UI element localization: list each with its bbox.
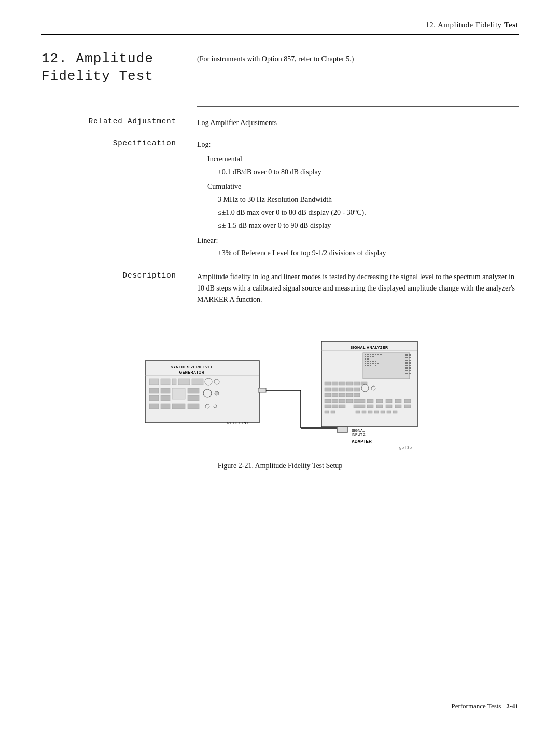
svg-rect-70 <box>405 367 408 369</box>
svg-rect-15 <box>188 395 199 401</box>
svg-rect-47 <box>370 361 371 362</box>
svg-rect-41 <box>370 356 371 357</box>
svg-rect-96 <box>339 399 345 403</box>
svg-point-92 <box>361 384 369 392</box>
svg-point-7 <box>205 378 212 385</box>
svg-rect-3 <box>161 379 170 385</box>
specification-content: Log: Incremental ±0.1 dB/dB over 0 to 80… <box>197 139 519 261</box>
svg-rect-32 <box>365 354 366 355</box>
svg-rect-89 <box>339 393 345 397</box>
svg-rect-84 <box>339 388 345 391</box>
svg-rect-6 <box>192 379 203 385</box>
svg-rect-106 <box>376 405 383 408</box>
specification-row: Specification Log: Incremental ±0.1 dB/d… <box>41 139 519 261</box>
svg-point-8 <box>214 379 219 384</box>
description-content: Amplitude fidelity in log and linear mod… <box>197 271 519 306</box>
svg-rect-115 <box>356 411 360 413</box>
chapter-title-line2: Fidelity Test <box>41 68 153 84</box>
cumulative-line2-text: ≤±1.0 dB max over 0 to 80 dB display (20… <box>218 209 366 216</box>
svg-rect-67 <box>409 362 411 364</box>
figure-caption-text: Figure 2-21. Amplitude Fidelity Test Set… <box>218 462 343 470</box>
svg-rect-56 <box>365 365 366 366</box>
log-label: Log: <box>197 139 519 150</box>
svg-rect-78 <box>339 382 345 385</box>
svg-rect-88 <box>332 393 338 397</box>
header-title-text: 12. Amplitude Fidelity <box>425 21 504 29</box>
footer-text: Performance Tests <box>451 702 501 710</box>
svg-rect-80 <box>354 382 360 385</box>
log-label-text: Log: <box>197 141 211 148</box>
svg-rect-48 <box>372 361 374 362</box>
svg-rect-111 <box>404 399 411 403</box>
svg-rect-21 <box>188 404 199 409</box>
svg-rect-39 <box>365 356 366 357</box>
svg-rect-33 <box>367 354 369 355</box>
svg-rect-74 <box>405 373 408 374</box>
svg-rect-49 <box>375 361 376 362</box>
svg-rect-79 <box>346 382 353 385</box>
svg-rect-19 <box>161 404 170 409</box>
signal-input-label2: INPUT 2 <box>352 433 366 436</box>
svg-rect-119 <box>381 411 385 413</box>
svg-rect-103 <box>367 399 373 403</box>
svg-point-93 <box>371 386 375 390</box>
chapter-section: 12. Amplitude Fidelity Test (For instrum… <box>41 50 519 86</box>
svg-rect-76 <box>325 382 331 385</box>
svg-rect-69 <box>409 365 411 366</box>
svg-rect-91 <box>354 393 360 397</box>
svg-rect-53 <box>372 363 374 364</box>
figure-area: SYNTHESIZER/LEVEL GENERATOR <box>41 332 519 470</box>
cumulative-label: Cumulative <box>197 181 519 192</box>
svg-rect-57 <box>367 365 369 366</box>
description-label: Description <box>41 271 197 306</box>
incremental-value-text: ±0.1 dB/dB over 0 to 80 dB display <box>218 168 321 176</box>
cumulative-line2: ≤±1.0 dB max over 0 to 80 dB display (20… <box>197 207 519 218</box>
section-divider <box>197 106 519 107</box>
svg-rect-18 <box>149 404 159 409</box>
cumulative-line3: ≤± 1.5 dB max over 0 to 90 dB display <box>197 220 519 231</box>
svg-point-16 <box>203 389 212 397</box>
svg-rect-40 <box>367 356 369 357</box>
svg-rect-61 <box>409 354 411 356</box>
svg-rect-2 <box>149 379 159 385</box>
svg-rect-85 <box>346 388 353 391</box>
svg-rect-77 <box>332 382 338 385</box>
specification-label-text: Specification <box>113 139 176 147</box>
svg-rect-112 <box>404 405 411 408</box>
cumulative-label-text: Cumulative <box>207 183 241 190</box>
svg-rect-14 <box>188 388 199 393</box>
page-header: 12. Amplitude Fidelity Test <box>41 21 519 35</box>
svg-rect-120 <box>387 411 391 413</box>
svg-rect-63 <box>409 357 411 358</box>
svg-rect-68 <box>405 365 408 366</box>
svg-rect-75 <box>409 373 411 374</box>
svg-rect-113 <box>325 411 329 413</box>
svg-rect-73 <box>409 370 411 371</box>
signal-input-label: SIGNAL <box>352 429 365 432</box>
chapter-number: 12. <box>41 51 67 66</box>
svg-rect-11 <box>161 388 170 393</box>
svg-rect-13 <box>172 388 185 399</box>
figure-caption: Figure 2-21. Amplitude Fidelity Test Set… <box>218 462 343 470</box>
svg-rect-105 <box>376 399 383 403</box>
svg-rect-44 <box>367 358 369 360</box>
svg-rect-52 <box>370 363 371 364</box>
svg-rect-100 <box>339 405 345 408</box>
svg-rect-83 <box>332 388 338 391</box>
svg-rect-42 <box>372 356 374 357</box>
main-content: 12. Amplitude Fidelity Test (For instrum… <box>41 50 519 491</box>
chapter-title-line1: Amplitude <box>76 51 153 66</box>
svg-rect-9 <box>149 388 159 393</box>
svg-rect-122 <box>337 427 347 432</box>
incremental-label-text: Incremental <box>207 155 242 163</box>
svg-rect-54 <box>375 363 376 364</box>
svg-rect-60 <box>405 354 408 356</box>
svg-rect-35 <box>372 354 374 355</box>
chapter-intro-text: (For instruments with Option 857, refer … <box>197 55 354 63</box>
svg-rect-118 <box>374 411 379 413</box>
svg-rect-95 <box>332 399 338 403</box>
footer-page: 2-41 <box>506 702 519 710</box>
page-footer: Performance Tests 2-41 <box>451 702 519 710</box>
svg-rect-12 <box>161 395 170 401</box>
svg-rect-97 <box>346 399 353 403</box>
